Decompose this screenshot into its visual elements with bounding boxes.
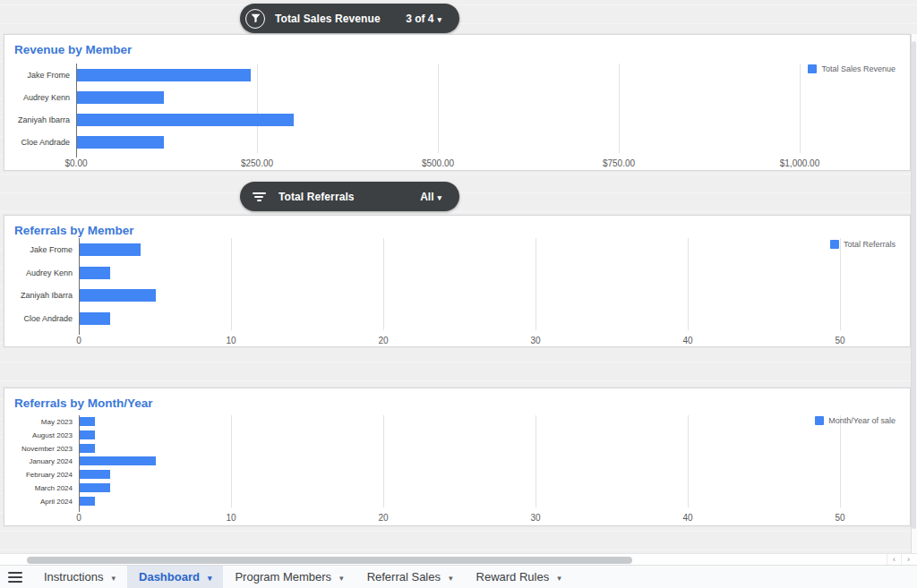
axis-tick-label: $500.00: [422, 158, 454, 168]
chart-row: Zaniyah Ibarra: [76, 108, 800, 131]
chart-row: January 2024: [79, 455, 840, 468]
sheet-tab-label: Referral Sales: [367, 570, 441, 584]
chart-title: Revenue by Member: [14, 43, 132, 56]
legend-label: Total Referrals: [844, 240, 896, 249]
bar: [80, 289, 156, 302]
chart-legend: Month/Year of sale: [815, 416, 896, 425]
chart-plot-area: Jake FromeAudrey KennZaniyah IbarraCloe …: [79, 238, 840, 330]
category-label: April 2024: [40, 497, 73, 505]
category-label: February 2024: [26, 471, 73, 479]
bar: [80, 417, 95, 426]
axis-tick-label: 20: [378, 513, 388, 523]
axis-tick-label: $0.00: [64, 158, 87, 168]
bar: [80, 267, 110, 279]
bar: [77, 69, 251, 81]
chart-title: Referrals by Member: [14, 224, 134, 237]
category-label: Audrey Kenn: [23, 93, 70, 102]
sheet-tab-bar: Instructions▾Dashboard▾Program Members▾R…: [0, 566, 917, 588]
scroll-left-icon[interactable]: ‹: [887, 554, 901, 565]
chart-row: Zaniyah Ibarra: [79, 285, 840, 308]
chart-row: Audrey Kenn: [79, 261, 840, 285]
chart-title: Referrals by Month/Year: [14, 396, 153, 410]
bar: [80, 243, 141, 256]
sheet-tab-label: Dashboard: [139, 570, 200, 584]
axis-tick-label: $750.00: [603, 158, 635, 168]
chevron-down-icon[interactable]: ▾: [449, 574, 453, 583]
bar: [80, 483, 110, 492]
bar: [77, 114, 294, 126]
horizontal-scrollbar-thumb[interactable]: [27, 557, 632, 564]
chart-card-referrals-by-month-year[interactable]: Referrals by Month/YearMay 2023August 20…: [4, 388, 911, 526]
filter-pill-value-dropdown[interactable]: 3 of 4 ▾: [406, 13, 441, 25]
category-label: May 2023: [41, 418, 73, 426]
sheet-tab-reward-rules[interactable]: Reward Rules▾: [465, 566, 573, 588]
chevron-down-icon[interactable]: ▾: [557, 574, 561, 583]
sheet-tab-dashboard[interactable]: Dashboard▾: [127, 566, 223, 588]
filter-pill-label: Total Referrals: [279, 191, 355, 203]
sheet-tab-referral-sales[interactable]: Referral Sales▾: [356, 566, 465, 588]
filter-pill-value-dropdown[interactable]: All ▾: [420, 191, 441, 203]
legend-label: Month/Year of sale: [828, 416, 896, 425]
vertical-scrollbar-track[interactable]: [911, 34, 917, 553]
chart-row: May 2023: [79, 415, 840, 429]
legend-swatch: [830, 240, 839, 249]
category-label: November 2023: [21, 444, 73, 452]
filter-pill-total-sales-revenue[interactable]: Total Sales Revenue 3 of 4 ▾: [240, 4, 459, 33]
axis-tick-label: 40: [682, 336, 692, 345]
sheet-tab-label: Reward Rules: [476, 570, 550, 584]
chevron-down-icon[interactable]: ▾: [111, 574, 116, 583]
legend-swatch: [808, 64, 817, 73]
axis-tick-label: $250.00: [241, 158, 273, 168]
chart-plot-area: Jake FromeAudrey KennZaniyah IbarraCloe …: [76, 64, 800, 153]
chevron-down-icon[interactable]: ▾: [208, 574, 212, 583]
axis-tick-label: 10: [226, 513, 236, 523]
chart-row: November 2023: [79, 441, 840, 455]
scroll-right-icon[interactable]: ›: [901, 554, 915, 565]
gridline: [800, 64, 801, 153]
filter-pill-total-referrals[interactable]: Total Referrals All ▾: [240, 182, 459, 211]
chart-legend: Total Referrals: [830, 240, 896, 249]
bar: [80, 444, 95, 453]
vertical-scrollbar-thumb[interactable]: [912, 41, 916, 529]
category-label: Cloe Andrade: [23, 314, 73, 323]
chart-row: Audrey Kenn: [76, 86, 800, 108]
chart-card-revenue-by-member[interactable]: Revenue by MemberJake FromeAudrey KennZa…: [4, 34, 911, 171]
sheet-tab-label: Program Members: [235, 570, 331, 584]
axis-tick-label: 0: [76, 336, 81, 345]
sheet-tab-label: Instructions: [44, 570, 103, 584]
axis-tick-label: 50: [835, 336, 844, 345]
category-label: March 2024: [35, 483, 73, 491]
chart-legend: Total Sales Revenue: [808, 64, 896, 73]
chevron-down-icon[interactable]: ▾: [339, 574, 344, 583]
legend-swatch: [815, 416, 824, 425]
bar: [77, 136, 164, 149]
sheet-tabs: Instructions▾Dashboard▾Program Members▾R…: [32, 566, 573, 588]
chart-row: August 2023: [79, 429, 840, 442]
axis-tick-label: 30: [530, 336, 540, 345]
chart-row: March 2024: [79, 481, 840, 495]
category-label: January 2024: [30, 457, 73, 465]
axis-tick-label: $1,000.00: [780, 158, 820, 168]
hamburger-icon[interactable]: [8, 572, 22, 583]
gridline: [840, 415, 841, 507]
category-label: Jake Frome: [27, 71, 70, 80]
category-label: August 2023: [32, 431, 73, 439]
sheet-tab-program-members[interactable]: Program Members▾: [223, 566, 355, 588]
category-label: Jake Frome: [30, 245, 73, 254]
category-label: Cloe Andrade: [21, 138, 70, 147]
horizontal-scrollbar-track[interactable]: ‹ ›: [0, 553, 917, 566]
chart-row: Jake Frome: [79, 238, 840, 261]
bar: [80, 497, 95, 506]
sheet-tab-instructions[interactable]: Instructions▾: [32, 566, 127, 588]
chart-row: February 2024: [79, 468, 840, 481]
bar: [80, 430, 95, 439]
axis-tick-label: 0: [76, 513, 81, 523]
category-label: Audrey Kenn: [26, 268, 73, 277]
bar: [80, 312, 110, 325]
chart-row: Cloe Andrade: [79, 307, 840, 330]
bar: [80, 456, 156, 465]
chart-card-referrals-by-member[interactable]: Referrals by MemberJake FromeAudrey Kenn…: [4, 215, 911, 347]
axis-tick-label: 50: [835, 513, 844, 523]
chart-row: April 2024: [79, 494, 840, 507]
chevron-down-icon: ▾: [437, 192, 441, 201]
